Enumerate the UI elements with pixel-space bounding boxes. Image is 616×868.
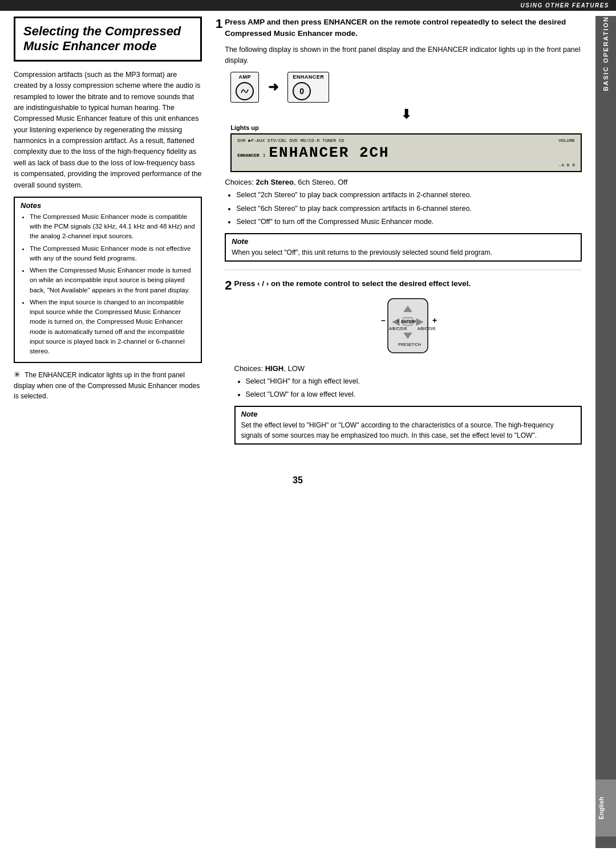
lcd-source-labels: DVR ▶P-AUX DTV/CBL DVD MD/CD-R TUNER CD (237, 138, 344, 143)
step2-bullet-1: Select "HIGH" for a high effect level. (246, 376, 582, 387)
step2-heading: Press ‹ / › on the remote control to sel… (234, 278, 582, 290)
two-column-layout: Selecting the Compressed Music Enhancer … (14, 17, 582, 464)
page-title: Selecting the Compressed Music Enhancer … (23, 24, 192, 54)
tip-section: ✳ The ENHANCER indicator lights up in th… (14, 369, 202, 401)
enhancer-button-device: ENHANCER 0 (287, 72, 329, 103)
notes-item-2: The Compressed Music Enhancer mode is no… (30, 244, 195, 264)
title-box: Selecting the Compressed Music Enhancer … (14, 17, 202, 62)
notes-item-4: When the input source is changed to an i… (30, 298, 195, 357)
svg-text:PRESET/CH: PRESET/CH (398, 343, 421, 347)
step1-bullet-1: Select "2ch Stereo" to play back compres… (236, 190, 582, 201)
step2-bullets: Select "HIGH" for a high effect level. S… (234, 376, 582, 401)
step1-choices-rest: , 6ch Stereo, Off (294, 178, 347, 186)
main-content: Selecting the Compressed Music Enhancer … (0, 17, 595, 508)
button-row: AMP ➜ (230, 72, 582, 103)
step2-note-title: Note (241, 410, 576, 418)
svg-text:A/B/C/D/E: A/B/C/D/E (389, 327, 407, 331)
step2-note-text: Set the effect level to "HIGH" or "LOW" … (241, 420, 576, 441)
step1-choices: Choices: 2ch Stereo, 6ch Stereo, Off (225, 178, 582, 186)
amp-icon (240, 86, 250, 96)
step2-choices: Choices: HIGH, LOW (234, 364, 582, 373)
step2-choices-bold: HIGH (265, 364, 284, 373)
tip-text: The ENHANCER indicator lights up in the … (14, 371, 200, 400)
lights-up-label: Lights up (230, 124, 582, 131)
step2-number: 2 (225, 278, 232, 293)
arrow-right-icon: ➜ (268, 80, 278, 95)
svg-text:›: › (414, 318, 416, 324)
step1-bullet-3: Select "Off" to turn off the Compressed … (236, 217, 582, 227)
step2-bullet-2: Select "LOW" for a low effect level. (246, 389, 582, 400)
lcd-dot-indicator: I (263, 153, 266, 158)
svg-text:‹: ‹ (397, 318, 399, 324)
svg-text:+: + (432, 316, 437, 325)
step1-bullets: Select "2ch Stereo" to play back compres… (225, 190, 582, 227)
step1-bullet-2: Select "6ch Stereo" to play back compres… (236, 203, 582, 214)
left-column: Selecting the Compressed Music Enhancer … (14, 17, 202, 464)
step2-container: 2 Press ‹ / › on the remote control to s… (225, 278, 582, 450)
enhancer-button-circle: 0 (293, 82, 311, 100)
arrow-down-icon: ⬇ (230, 107, 582, 122)
step1-choices-bold: 2ch Stereo (256, 178, 293, 186)
top-header-bar: USING OTHER FEATURES (0, 0, 616, 11)
right-column: 1 Press AMP and then press ENHANCER on t… (216, 17, 582, 464)
step1-number: 1 (216, 17, 222, 31)
step1-container: 1 Press AMP and then press ENHANCER on t… (216, 17, 582, 457)
notes-item-1: The Compressed Music Enhancer mode is co… (30, 212, 195, 242)
remote-diagram: ENTER A/B/C/D/E A/B/C/D/E PRESET/CH – (234, 296, 582, 358)
enhancer-label: ENHANCER (293, 74, 324, 80)
svg-text:–: – (381, 316, 386, 325)
step1-note-text: When you select "Off", this unit returns… (232, 247, 575, 258)
divider (225, 270, 582, 270)
intro-paragraph: Compression artifacts (such as the MP3 f… (14, 70, 202, 191)
amp-enhancer-diagram: AMP ➜ (230, 72, 582, 172)
step2-content: Press ‹ / › on the remote control to sel… (234, 278, 582, 450)
step1-note-title: Note (232, 237, 575, 246)
notes-title: Notes (21, 201, 195, 210)
svg-text:A/B/C/D/E: A/B/C/D/E (418, 327, 436, 331)
notes-item-3: When the Compressed Music Enhancer mode … (30, 266, 195, 295)
notes-list: The Compressed Music Enhancer mode is co… (21, 212, 195, 357)
lcd-enh-tag: ENHANCER (237, 153, 259, 158)
step1-display-text: The following display is shown in the fr… (225, 44, 582, 67)
amp-button-circle (236, 82, 254, 100)
sidebar-english-label: English (595, 780, 616, 837)
remote-svg: ENTER A/B/C/D/E A/B/C/D/E PRESET/CH – (371, 296, 445, 358)
page-number: 35 (14, 475, 582, 486)
svg-text:ENTER: ENTER (401, 320, 415, 324)
lcd-vol-value: -4 0 0 (558, 162, 575, 168)
step2-choices-rest: , LOW (283, 364, 305, 373)
sidebar-operation-label: BASIC OPERATION (602, 16, 609, 91)
amp-label: AMP (236, 74, 254, 80)
step2-note-box: Note Set the effect level to "HIGH" or "… (234, 406, 582, 445)
lcd-vol-label: VOLUME (558, 138, 575, 143)
step1-heading: Press AMP and then press ENHANCER on the… (225, 17, 582, 40)
step1-note-box: Note When you select "Off", this unit re… (225, 233, 582, 262)
right-sidebar: BASIC OPERATION English (595, 16, 616, 848)
sun-icon: ✳ (14, 370, 21, 379)
step1-content: Press AMP and then press ENHANCER on the… (225, 17, 582, 457)
lcd-panel: DVR ▶P-AUX DTV/CBL DVD MD/CD-R TUNER CD … (230, 133, 582, 172)
notes-box: Notes The Compressed Music Enhancer mode… (14, 197, 202, 364)
lcd-enhancer-2ch: ENHANCER 2CH (269, 144, 389, 161)
amp-button-device: AMP (230, 72, 259, 103)
header-text: USING OTHER FEATURES (521, 2, 609, 9)
